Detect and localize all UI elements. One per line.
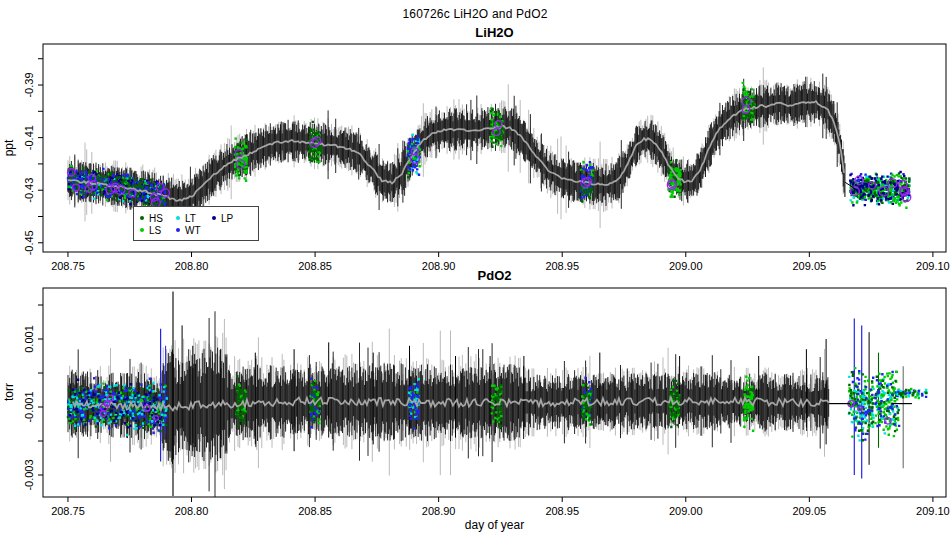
x-tick-label: 209.05 — [793, 260, 827, 272]
legend-item-hs: HS — [140, 213, 176, 224]
x-tick-label: 209.05 — [793, 505, 827, 517]
y-tick-label: -0.45 — [23, 230, 35, 255]
x-tick-label: 208.75 — [51, 260, 85, 272]
y-tick-label: -0.43 — [23, 178, 35, 203]
x-tick-label: 209.10 — [916, 505, 950, 517]
y-tick-label: -0.003 — [23, 459, 35, 490]
lih2o-data-layer — [67, 67, 911, 228]
x-tick-label: 208.80 — [175, 505, 209, 517]
legend-row: HSLTLP — [140, 213, 254, 224]
x-tick-label: 209.00 — [669, 505, 703, 517]
x-tick-label: 208.95 — [545, 260, 579, 272]
y-tick-label: -0.41 — [23, 125, 35, 150]
pdo2-data-layer — [67, 291, 928, 497]
legend: HSLTLPLSWT — [133, 206, 259, 241]
dual-panel-plot: 208.75208.80208.85208.90208.95209.00209.… — [0, 0, 950, 550]
x-tick-label: 208.85 — [298, 260, 332, 272]
legend-label: LT — [185, 213, 196, 224]
x-tick-label: 208.80 — [175, 260, 209, 272]
x-tick-label: 208.90 — [422, 260, 456, 272]
pdo2-plot: 208.75208.80208.85208.90208.95209.00209.… — [23, 288, 950, 517]
x-tick-label: 208.85 — [298, 505, 332, 517]
legend-marker-wt-icon — [176, 228, 180, 232]
y-tick-label: -0.001 — [23, 391, 35, 422]
x-tick-label: 208.75 — [51, 505, 85, 517]
y-tick-label: -0.39 — [23, 72, 35, 97]
x-tick-label: 209.00 — [669, 260, 703, 272]
figure-160726c: 160726c LiH2O and PdO2 LiH2O PdO2 ppt to… — [0, 0, 950, 550]
x-axis-title: day of year — [43, 518, 946, 532]
legend-item-lt: LT — [176, 213, 212, 224]
legend-item-wt: WT — [176, 225, 212, 236]
y-tick-label: 0.001 — [23, 325, 35, 353]
x-tick-label: 208.95 — [545, 505, 579, 517]
legend-label: HS — [149, 213, 163, 224]
noise-band — [68, 74, 845, 228]
legend-item-lp: LP — [212, 213, 248, 224]
legend-marker-hs-icon — [140, 216, 144, 220]
legend-row: LSWT — [140, 225, 254, 236]
legend-label: LP — [221, 213, 233, 224]
legend-marker-lt-icon — [176, 216, 180, 220]
x-tick-label: 209.10 — [916, 260, 950, 272]
legend-marker-ls-icon — [140, 228, 144, 232]
legend-item-ls: LS — [140, 225, 176, 236]
legend-label: WT — [185, 225, 201, 236]
x-tick-label: 208.90 — [422, 505, 456, 517]
legend-label: LS — [149, 225, 161, 236]
legend-marker-lp-icon — [212, 216, 216, 220]
